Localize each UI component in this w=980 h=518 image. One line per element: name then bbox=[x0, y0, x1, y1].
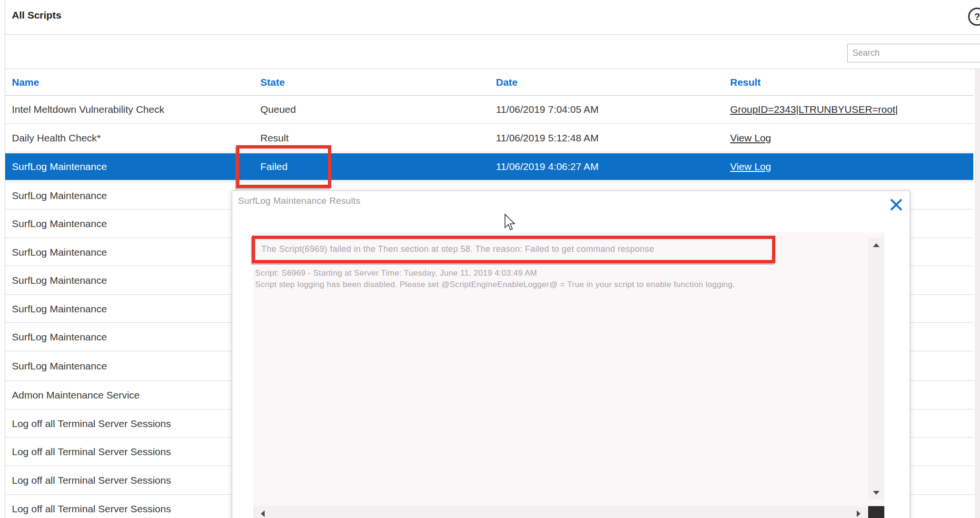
scroll-left-icon[interactable] bbox=[261, 510, 265, 517]
script-name: Intel Meltdown Vulnerability Check bbox=[12, 95, 164, 124]
column-header-name[interactable]: Name bbox=[12, 69, 39, 95]
search-input[interactable] bbox=[847, 44, 980, 62]
script-name: Log off all Terminal Server Sessions bbox=[12, 495, 171, 518]
script-name: SurfLog Maintenance bbox=[12, 238, 107, 266]
script-name: Daily Health Check* bbox=[12, 124, 101, 152]
column-header-date[interactable]: Date bbox=[496, 69, 518, 95]
page-scrollbar[interactable] bbox=[975, 69, 980, 518]
close-button[interactable] bbox=[888, 197, 904, 213]
table-row[interactable]: Daily Health Check* Result 11/06/2019 5:… bbox=[5, 124, 973, 152]
script-name: SurfLog Maintenance bbox=[12, 153, 107, 180]
close-icon bbox=[888, 197, 904, 213]
script-name: SurfLog Maintenance bbox=[12, 209, 107, 238]
script-name: SurfLog Maintenance bbox=[12, 266, 107, 295]
script-name: Log off all Terminal Server Sessions bbox=[12, 466, 171, 495]
log-error-line: The Script(6969) failed in the Then sect… bbox=[261, 244, 654, 254]
results-dialog: SurfLog Maintenance Results The Script(6… bbox=[232, 190, 910, 518]
column-header-state[interactable]: State bbox=[260, 69, 285, 95]
dialog-title: SurfLog Maintenance Results bbox=[238, 196, 360, 206]
results-log-area[interactable]: The Script(6969) failed in the Then sect… bbox=[253, 232, 884, 518]
column-header-result[interactable]: Result bbox=[730, 69, 761, 95]
header-divider bbox=[5, 34, 980, 35]
result-link[interactable]: GroupID=2343|LTRUNBYUSER=root| bbox=[730, 95, 898, 124]
script-name: Log off all Terminal Server Sessions bbox=[12, 409, 171, 438]
scroll-right-icon[interactable] bbox=[857, 510, 861, 517]
log-horizontal-scrollbar[interactable] bbox=[253, 506, 868, 518]
toolbar-divider bbox=[5, 69, 980, 69]
all-scripts-screen: All Scripts ? Name State Date Result Int… bbox=[0, 0, 980, 518]
scroll-down-icon[interactable] bbox=[873, 491, 880, 495]
view-log-link[interactable]: View Log bbox=[730, 124, 771, 152]
script-name: Admon Maintenance Service bbox=[12, 381, 139, 409]
view-log-link[interactable]: View Log bbox=[730, 153, 771, 180]
script-date: 11/06/2019 5:12:48 AM bbox=[496, 124, 599, 152]
script-date: 11/06/2019 4:06:27 AM bbox=[496, 153, 599, 180]
table-row[interactable]: Intel Meltdown Vulnerability Check Queue… bbox=[5, 95, 973, 124]
script-date: 11/06/2019 7:04:05 AM bbox=[496, 95, 599, 124]
scrollbar-corner bbox=[868, 506, 884, 518]
script-state: Queued bbox=[260, 95, 296, 124]
script-name: SurfLog Maintenance bbox=[12, 323, 107, 351]
table-row-selected[interactable]: SurfLog Maintenance Failed 11/06/2019 4:… bbox=[5, 153, 973, 180]
log-line: Script: S6969 - Starting at Server Time:… bbox=[255, 269, 537, 278]
script-name: SurfLog Maintenance bbox=[12, 351, 107, 381]
page-title: All Scripts bbox=[12, 0, 61, 30]
script-name: SurfLog Maintenance bbox=[12, 295, 107, 323]
help-icon[interactable]: ? bbox=[968, 8, 980, 26]
scroll-up-icon[interactable] bbox=[873, 243, 880, 247]
script-name: Log off all Terminal Server Sessions bbox=[12, 438, 171, 466]
log-vertical-scrollbar[interactable] bbox=[868, 238, 884, 499]
script-name: SurfLog Maintenance bbox=[12, 181, 107, 210]
script-state: Result bbox=[260, 124, 289, 152]
log-line: Script step logging has been disabled. P… bbox=[255, 280, 735, 289]
script-state-failed: Failed bbox=[260, 153, 287, 180]
